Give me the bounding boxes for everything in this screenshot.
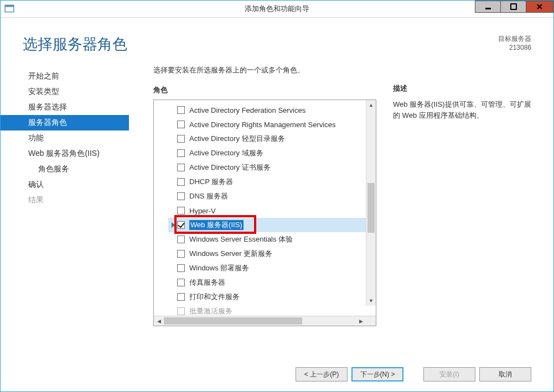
roles-column: 选择要安装在所选服务器上的一个或多个角色。 角色 Active Director… (153, 65, 376, 359)
minimize-button[interactable] (475, 1, 500, 13)
horizontal-scrollbar[interactable]: ◀ ▶ (154, 316, 376, 326)
role-label: DNS 服务器 (189, 191, 228, 201)
role-item[interactable]: Hyper-V (168, 203, 376, 218)
checkbox[interactable] (177, 293, 185, 301)
role-label: Active Directory Rights Management Servi… (189, 121, 335, 129)
target-server-label: 目标服务器 (498, 34, 531, 44)
role-label: Active Directory 轻型目录服务 (189, 134, 285, 144)
scroll-down-icon[interactable]: ▼ (366, 296, 376, 306)
checkbox[interactable] (177, 207, 185, 215)
description-heading: 描述 (393, 83, 531, 93)
scroll-thumb[interactable] (367, 183, 375, 233)
main-panel: 选择要安装在所选服务器上的一个或多个角色。 角色 Active Director… (129, 65, 553, 359)
nav-web-server-role[interactable]: Web 服务器角色(IIS) (1, 146, 129, 161)
scroll-left-icon[interactable]: ◀ (154, 316, 164, 326)
roles-scroll-viewport: Active Directory Federation Services Act… (154, 100, 376, 316)
wizard-nav: 开始之前 安装类型 服务器选择 服务器角色 功能 Web 服务器角色(IIS) … (1, 65, 129, 359)
svg-rect-2 (485, 8, 491, 9)
role-item[interactable]: Active Directory 域服务 (168, 146, 376, 160)
checkbox[interactable] (177, 264, 185, 272)
role-label: 传真服务器 (189, 278, 225, 288)
vertical-scrollbar[interactable]: ▲ ▼ (366, 100, 376, 306)
role-item-web-server-iis[interactable]: Web 服务器(IIS) (168, 218, 376, 232)
svg-rect-1 (5, 5, 14, 7)
role-label: Active Directory Federation Services (189, 106, 306, 114)
nav-features[interactable]: 功能 (1, 130, 129, 146)
nav-server-roles[interactable]: 服务器角色 (1, 115, 129, 130)
nav-results: 结果 (1, 192, 129, 208)
nav-role-services[interactable]: 角色服务 (1, 161, 129, 177)
role-item[interactable]: DNS 服务器 (168, 189, 376, 203)
checkbox[interactable] (177, 164, 185, 171)
role-item[interactable]: 打印和文件服务 (168, 290, 376, 304)
wizard-body: 选择服务器角色 目标服务器 213086 开始之前 安装类型 服务器选择 服务器… (1, 18, 553, 391)
app-icon (4, 4, 14, 14)
checkbox[interactable] (177, 250, 185, 258)
target-server-name: 213086 (498, 44, 531, 51)
wizard-content: 开始之前 安装类型 服务器选择 服务器角色 功能 Web 服务器角色(IIS) … (1, 59, 553, 359)
page-title: 选择服务器角色 (23, 34, 498, 54)
role-label: Active Directory 域服务 (189, 148, 263, 158)
window-title: 添加角色和功能向导 (1, 4, 553, 14)
roles-listbox: Active Directory Federation Services Act… (153, 100, 376, 326)
description-text: Web 服务器(IIS)提供可靠、可管理、可扩展的 Web 应用程序基础结构。 (393, 99, 531, 121)
checkbox[interactable] (177, 135, 185, 143)
checkbox[interactable] (177, 192, 185, 200)
svg-rect-3 (511, 4, 516, 9)
checkbox[interactable] (177, 178, 185, 186)
description-column: 描述 Web 服务器(IIS)提供可靠、可管理、可扩展的 Web 应用程序基础结… (393, 65, 531, 359)
close-button[interactable] (526, 1, 553, 13)
wizard-window: 添加角色和功能向导 选择服务器角色 目标服务器 213086 (0, 0, 554, 392)
scroll-thumb[interactable] (164, 317, 302, 325)
role-item[interactable]: 批量激活服务 (168, 304, 376, 316)
window-controls (475, 1, 553, 17)
role-item[interactable]: 传真服务器 (168, 275, 376, 290)
scroll-up-icon[interactable]: ▲ (366, 100, 376, 110)
scroll-right-icon[interactable]: ▶ (356, 316, 366, 326)
titlebar: 添加角色和功能向导 (1, 1, 553, 18)
role-label: Active Directory 证书服务 (189, 163, 271, 173)
button-gap (407, 367, 420, 381)
role-item[interactable]: Windows 部署服务 (168, 261, 376, 275)
roles-list: Active Directory Federation Services Act… (168, 103, 376, 316)
role-label: Windows Server Essentials 体验 (189, 234, 293, 244)
expand-icon[interactable] (172, 222, 175, 228)
role-label: 打印和文件服务 (189, 292, 240, 302)
role-item[interactable]: Windows Server 更新服务 (168, 247, 376, 261)
maximize-button[interactable] (500, 1, 526, 13)
role-label: Windows 部署服务 (189, 263, 249, 273)
checkbox[interactable] (177, 149, 185, 157)
cancel-button[interactable]: 取消 (479, 367, 531, 381)
nav-before-you-begin[interactable]: 开始之前 (1, 69, 129, 84)
next-button[interactable]: 下一步(N) > (351, 367, 403, 381)
wizard-footer: < 上一步(P) 下一步(N) > 安装(I) 取消 (1, 359, 553, 391)
nav-server-selection[interactable]: 服务器选择 (1, 100, 129, 115)
role-item[interactable]: Active Directory Federation Services (168, 103, 376, 117)
nav-confirmation[interactable]: 确认 (1, 177, 129, 192)
checkbox[interactable] (177, 121, 185, 128)
role-item[interactable]: Windows Server Essentials 体验 (168, 232, 376, 247)
wizard-header: 选择服务器角色 目标服务器 213086 (1, 18, 553, 59)
nav-install-type[interactable]: 安装类型 (1, 84, 129, 100)
role-label: Hyper-V (189, 207, 216, 215)
role-item[interactable]: Active Directory 轻型目录服务 (168, 132, 376, 146)
checkbox[interactable] (177, 221, 185, 229)
role-label: 批量激活服务 (189, 306, 232, 316)
prompt-text: 选择要安装在所选服务器上的一个或多个角色。 (153, 65, 376, 75)
scroll-track[interactable] (366, 110, 376, 296)
scroll-track[interactable] (164, 316, 356, 326)
previous-button[interactable]: < 上一步(P) (296, 367, 348, 381)
role-item[interactable]: Active Directory 证书服务 (168, 160, 376, 175)
target-server-box: 目标服务器 213086 (498, 34, 531, 51)
role-label: DHCP 服务器 (189, 177, 233, 187)
role-label: Windows Server 更新服务 (189, 249, 272, 259)
role-label: Web 服务器(IIS) (189, 220, 244, 230)
role-item[interactable]: DHCP 服务器 (168, 175, 376, 189)
role-item[interactable]: Active Directory Rights Management Servi… (168, 117, 376, 132)
checkbox[interactable] (177, 236, 185, 243)
checkbox[interactable] (177, 279, 185, 286)
roles-heading: 角色 (153, 85, 376, 95)
install-button: 安装(I) (423, 367, 475, 381)
checkbox[interactable] (177, 307, 185, 315)
checkbox[interactable] (177, 106, 185, 114)
